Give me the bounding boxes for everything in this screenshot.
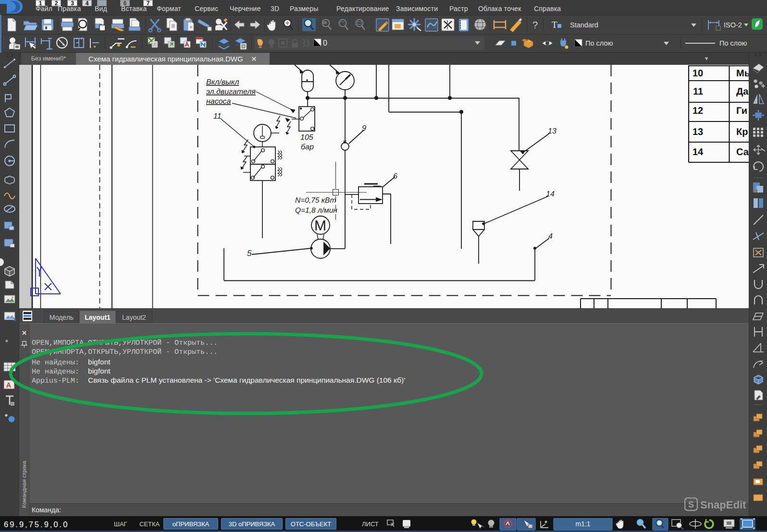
svg-text:S: S: [688, 500, 694, 509]
svg-text:10: 10: [693, 68, 703, 79]
svg-text:Са: Са: [736, 147, 749, 157]
svg-text:0: 0: [323, 39, 327, 47]
svg-text:По слою: По слою: [719, 39, 747, 47]
svg-text:M: M: [314, 218, 326, 234]
svg-text:бар: бар: [301, 143, 314, 151]
svg-text:Q=1,8 л/мин: Q=1,8 л/мин: [295, 206, 337, 215]
svg-text:m1:1: m1:1: [575, 520, 590, 528]
svg-text:13: 13: [693, 127, 703, 137]
svg-text:105: 105: [300, 133, 313, 142]
svg-text:Мы: Мы: [736, 68, 749, 79]
svg-text:Ги: Ги: [736, 106, 747, 116]
svg-text:?: ?: [532, 20, 538, 30]
svg-text:Да: Да: [736, 86, 749, 97]
svg-text:11: 11: [693, 86, 703, 97]
svg-text:5: 5: [247, 249, 252, 258]
svg-text:По слою: По слою: [585, 39, 613, 47]
svg-text:6: 6: [393, 172, 397, 181]
svg-text:ISO-2: ISO-2: [724, 21, 742, 29]
svg-text:A: A: [6, 381, 11, 389]
svg-text:Вкл/выкл: Вкл/выкл: [206, 78, 239, 86]
svg-text:SnapEdit: SnapEdit: [700, 499, 746, 511]
svg-text:T: T: [552, 20, 557, 30]
svg-text:эл.двигателя: эл.двигателя: [206, 88, 256, 96]
svg-text:14: 14: [693, 147, 704, 157]
svg-text:насоса: насоса: [206, 97, 231, 106]
svg-text:12: 12: [693, 106, 703, 116]
svg-text:13: 13: [548, 127, 557, 135]
svg-text:N=0,75 кВт: N=0,75 кВт: [295, 196, 336, 205]
svg-text:14: 14: [546, 190, 555, 198]
svg-text:9: 9: [362, 124, 366, 133]
svg-text:11: 11: [213, 112, 222, 121]
svg-text:4: 4: [548, 232, 553, 241]
svg-text:Standard: Standard: [570, 21, 598, 29]
svg-text:Кр: Кр: [736, 127, 748, 137]
